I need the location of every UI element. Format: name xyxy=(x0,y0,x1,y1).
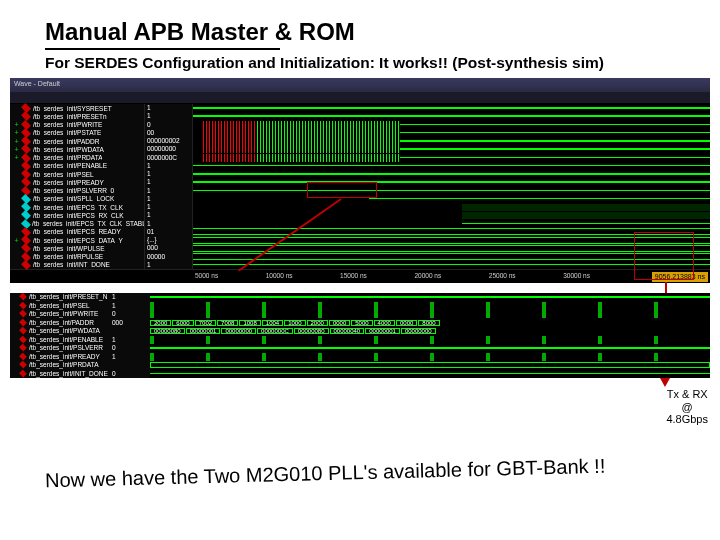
wave-titlebar[interactable]: Wave - Default xyxy=(10,78,710,92)
zoom-signal-name[interactable]: /tb_serdes_init/INIT_DONE xyxy=(10,370,110,379)
expand-icon[interactable] xyxy=(12,261,21,268)
wave-trace xyxy=(193,162,710,170)
wave-trace xyxy=(193,121,710,129)
signal-row[interactable]: /tb_serdes_init/PRESETn xyxy=(10,112,144,120)
signal-row[interactable]: /tb_serdes_init/INT_DONE xyxy=(10,261,144,269)
zoom-signal-name[interactable]: /tb_serdes_init/PSEL xyxy=(10,302,110,311)
signal-name: /tb_serdes_init/EPCS_TX_CLK xyxy=(33,204,123,211)
signal-row[interactable]: +/tb_serdes_init/EPCS_DATA_Y xyxy=(10,236,144,244)
zoom-wave-trace xyxy=(150,310,710,319)
time-ruler[interactable]: 5000 ns10000 ns15000 ns20000 ns25000 ns3… xyxy=(10,269,710,281)
zoom-signal-name[interactable]: /tb_serdes_init/PWRITE xyxy=(10,310,110,319)
zoom-value-column: 1100001010 xyxy=(110,293,150,378)
signal-row[interactable]: /tb_serdes_init/PREADY xyxy=(10,178,144,186)
ruler-tick: 10000 ns xyxy=(266,272,293,279)
signal-row[interactable]: /tb_serdes_init/EPCS_TX_CLK xyxy=(10,203,144,211)
zoom-wave-trace xyxy=(150,336,710,345)
zoom-signal-name[interactable]: /tb_serdes_init/PWDATA xyxy=(10,327,110,336)
ruler-tick: 25000 ns xyxy=(489,272,516,279)
expand-icon[interactable]: + xyxy=(12,146,21,153)
expand-icon[interactable]: + xyxy=(12,154,21,161)
zoom-wave-trace xyxy=(150,302,710,311)
signal-name-column[interactable]: /tb_serdes_init/SYSRESET/tb_serdes_init/… xyxy=(10,104,145,269)
wave-toolbar[interactable] xyxy=(10,92,710,104)
signal-name: /tb_serdes_init/PRDATA xyxy=(33,154,102,161)
signal-value: 1 xyxy=(145,220,192,228)
expand-icon[interactable] xyxy=(12,105,21,112)
signal-row[interactable]: /tb_serdes_init/PSEL xyxy=(10,170,144,178)
zoom-signal-name[interactable]: /tb_serdes_init/PENABLE xyxy=(10,336,110,345)
signal-value: 0000000C xyxy=(145,154,192,162)
signal-marker-icon xyxy=(21,260,31,270)
signal-name: /tb_serdes_init/INT_DONE xyxy=(33,261,110,268)
annotation-txrx: Tx & RX @ 4.8Gbps xyxy=(666,388,708,426)
expand-icon[interactable] xyxy=(12,204,21,211)
expand-icon[interactable] xyxy=(12,228,21,235)
zoom-signal-value: 1 xyxy=(110,336,150,345)
expand-icon[interactable] xyxy=(12,220,21,227)
zoom-wave-trace xyxy=(150,361,710,370)
zoom-signal-name[interactable]: /tb_serdes_init/PREADY xyxy=(10,353,110,362)
zoom-signal-column[interactable]: /tb_serdes_init/PRESET_N/tb_serdes_init/… xyxy=(10,293,110,378)
signal-value: 1 xyxy=(145,195,192,203)
ruler-tick: 30000 ns xyxy=(563,272,590,279)
expand-icon[interactable] xyxy=(12,212,21,219)
signal-name: /tb_serdes_init/PSLVERR_0 xyxy=(33,187,114,194)
zoom-signal-value: 0 xyxy=(110,310,150,319)
signal-name: /tb_serdes_init/PSTATE xyxy=(33,129,101,136)
signal-row[interactable]: /tb_serdes_init/SYSRESET xyxy=(10,104,144,112)
expand-icon[interactable]: + xyxy=(12,129,21,136)
expand-icon[interactable] xyxy=(12,187,21,194)
signal-name: /tb_serdes_init/PWRITE xyxy=(33,121,102,128)
signal-name: /tb_serdes_init/PRESETn xyxy=(33,113,107,120)
zoom-signal-name[interactable]: /tb_serdes_init/PSLVERR xyxy=(10,344,110,353)
wave-trace xyxy=(193,236,710,244)
signal-value: 1 xyxy=(145,203,192,211)
zoom-wave-trace xyxy=(150,370,710,379)
signal-value: 00 xyxy=(145,129,192,137)
expand-icon[interactable] xyxy=(12,179,21,186)
zoom-signal-value: 1 xyxy=(110,353,150,362)
wave-trace xyxy=(193,261,710,269)
signal-row[interactable]: +/tb_serdes_init/PADDR xyxy=(10,137,144,145)
signal-row[interactable]: /tb_serdes_init/RPULSE xyxy=(10,253,144,261)
signal-name: /tb_serdes_init/RPULSE xyxy=(33,253,103,260)
zoom-signal-value: 0 xyxy=(110,344,150,353)
signal-row[interactable]: /tb_serdes_init/SPLL_LOCK xyxy=(10,195,144,203)
expand-icon[interactable] xyxy=(12,195,21,202)
zoom-signal-name[interactable]: /tb_serdes_init/PRDATA xyxy=(10,361,110,370)
signal-row[interactable]: /tb_serdes_init/EPCS_TX_CLK_STABLE xyxy=(10,220,144,228)
signal-row[interactable]: +/tb_serdes_init/PWRITE xyxy=(10,121,144,129)
signal-row[interactable]: /tb_serdes_init/PENABLE xyxy=(10,162,144,170)
signal-value: {...} xyxy=(145,236,192,244)
signal-row[interactable]: /tb_serdes_init/EPCS_RX_CLK xyxy=(10,211,144,219)
signal-row[interactable]: +/tb_serdes_init/PSTATE xyxy=(10,129,144,137)
expand-icon[interactable]: + xyxy=(12,121,21,128)
zoom-signal-name[interactable]: /tb_serdes_int/PADDR xyxy=(10,319,110,328)
signal-row[interactable]: /tb_serdes_init/PSLVERR_0 xyxy=(10,187,144,195)
zoom-wave-area[interactable]: 2000600070027008100810041000200000005000… xyxy=(150,293,710,378)
wave-area[interactable] xyxy=(193,104,710,269)
ruler-tick: 5000 ns xyxy=(195,272,218,279)
signal-row[interactable]: +/tb_serdes_init/PWDATA xyxy=(10,145,144,153)
signal-row[interactable]: +/tb_serdes_init/PRDATA xyxy=(10,154,144,162)
signal-row[interactable]: /tb_serdes_init/EPCS_READY xyxy=(10,228,144,236)
expand-icon[interactable] xyxy=(12,253,21,260)
wave-trace xyxy=(193,195,710,203)
expand-icon[interactable] xyxy=(12,171,21,178)
expand-icon[interactable] xyxy=(12,113,21,120)
expand-icon[interactable] xyxy=(12,245,21,252)
signal-row[interactable]: /tb_serdes_init/WPULSE xyxy=(10,244,144,252)
signal-name: /tb_serdes_init/EPCS_READY xyxy=(33,228,121,235)
zoom-wave-trace xyxy=(150,293,710,302)
expand-icon[interactable] xyxy=(12,162,21,169)
highlight-box-1 xyxy=(307,182,377,198)
title-underline xyxy=(45,48,280,50)
signal-value: 1 xyxy=(145,187,192,195)
waveform-viewer-main: Wave - Default /tb_serdes_init/SYSRESET/… xyxy=(10,78,710,283)
expand-icon[interactable]: + xyxy=(12,138,21,145)
zoom-signal-name[interactable]: /tb_serdes_init/PRESET_N xyxy=(10,293,110,302)
signal-value: 00000000 xyxy=(145,145,192,153)
signal-value: 000 xyxy=(145,244,192,252)
expand-icon[interactable]: + xyxy=(12,237,21,244)
